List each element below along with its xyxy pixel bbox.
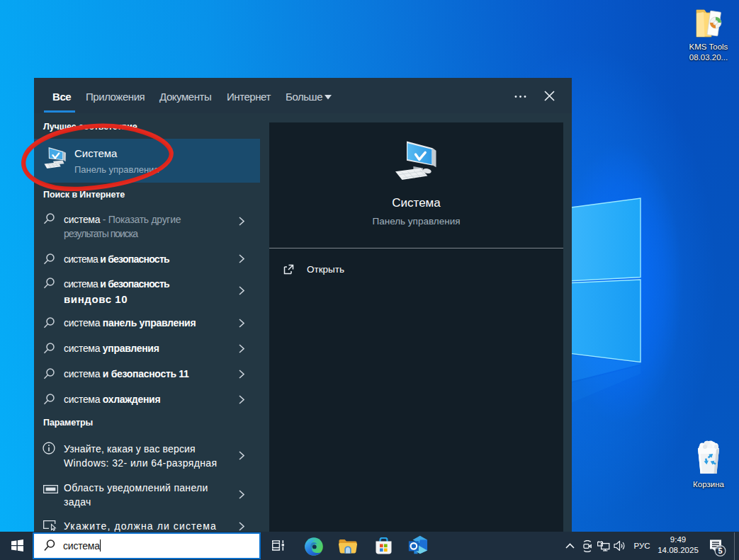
svg-text:5: 5 bbox=[718, 547, 722, 555]
